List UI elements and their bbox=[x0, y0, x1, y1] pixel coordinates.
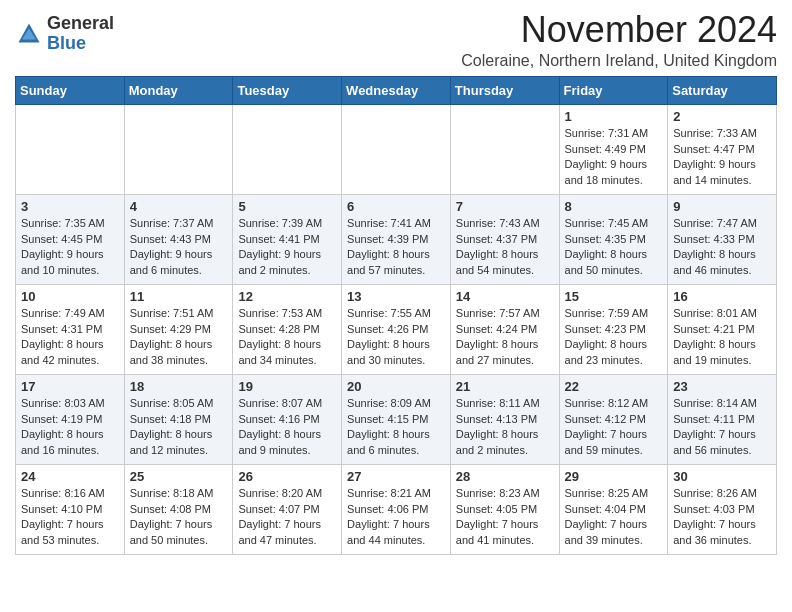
month-title: November 2024 bbox=[461, 10, 777, 50]
calendar-week-3: 17Sunrise: 8:03 AMSunset: 4:19 PMDayligh… bbox=[16, 374, 777, 464]
day-number: 25 bbox=[130, 469, 228, 484]
calendar-table: SundayMondayTuesdayWednesdayThursdayFrid… bbox=[15, 76, 777, 555]
day-number: 3 bbox=[21, 199, 119, 214]
day-number: 26 bbox=[238, 469, 336, 484]
day-number: 16 bbox=[673, 289, 771, 304]
day-number: 19 bbox=[238, 379, 336, 394]
calendar-cell: 7Sunrise: 7:43 AMSunset: 4:37 PMDaylight… bbox=[450, 194, 559, 284]
day-info: Sunrise: 7:33 AMSunset: 4:47 PMDaylight:… bbox=[673, 126, 771, 190]
weekday-header-friday: Friday bbox=[559, 76, 668, 104]
day-number: 23 bbox=[673, 379, 771, 394]
calendar-cell: 30Sunrise: 8:26 AMSunset: 4:03 PMDayligh… bbox=[668, 464, 777, 554]
weekday-header-thursday: Thursday bbox=[450, 76, 559, 104]
day-number: 15 bbox=[565, 289, 663, 304]
day-info: Sunrise: 8:03 AMSunset: 4:19 PMDaylight:… bbox=[21, 396, 119, 460]
logo: General Blue bbox=[15, 14, 114, 54]
calendar-cell: 2Sunrise: 7:33 AMSunset: 4:47 PMDaylight… bbox=[668, 104, 777, 194]
day-info: Sunrise: 7:43 AMSunset: 4:37 PMDaylight:… bbox=[456, 216, 554, 280]
weekday-header-row: SundayMondayTuesdayWednesdayThursdayFrid… bbox=[16, 76, 777, 104]
day-info: Sunrise: 8:11 AMSunset: 4:13 PMDaylight:… bbox=[456, 396, 554, 460]
day-number: 7 bbox=[456, 199, 554, 214]
day-info: Sunrise: 8:18 AMSunset: 4:08 PMDaylight:… bbox=[130, 486, 228, 550]
day-number: 24 bbox=[21, 469, 119, 484]
calendar-cell: 14Sunrise: 7:57 AMSunset: 4:24 PMDayligh… bbox=[450, 284, 559, 374]
calendar-cell: 26Sunrise: 8:20 AMSunset: 4:07 PMDayligh… bbox=[233, 464, 342, 554]
calendar-cell: 12Sunrise: 7:53 AMSunset: 4:28 PMDayligh… bbox=[233, 284, 342, 374]
day-info: Sunrise: 7:57 AMSunset: 4:24 PMDaylight:… bbox=[456, 306, 554, 370]
day-info: Sunrise: 8:14 AMSunset: 4:11 PMDaylight:… bbox=[673, 396, 771, 460]
calendar-cell bbox=[342, 104, 451, 194]
day-number: 9 bbox=[673, 199, 771, 214]
calendar-cell: 16Sunrise: 8:01 AMSunset: 4:21 PMDayligh… bbox=[668, 284, 777, 374]
logo-general: General bbox=[47, 13, 114, 33]
day-info: Sunrise: 7:35 AMSunset: 4:45 PMDaylight:… bbox=[21, 216, 119, 280]
day-info: Sunrise: 8:16 AMSunset: 4:10 PMDaylight:… bbox=[21, 486, 119, 550]
day-info: Sunrise: 7:51 AMSunset: 4:29 PMDaylight:… bbox=[130, 306, 228, 370]
day-info: Sunrise: 8:05 AMSunset: 4:18 PMDaylight:… bbox=[130, 396, 228, 460]
day-info: Sunrise: 7:45 AMSunset: 4:35 PMDaylight:… bbox=[565, 216, 663, 280]
day-info: Sunrise: 8:01 AMSunset: 4:21 PMDaylight:… bbox=[673, 306, 771, 370]
day-info: Sunrise: 7:55 AMSunset: 4:26 PMDaylight:… bbox=[347, 306, 445, 370]
calendar-week-0: 1Sunrise: 7:31 AMSunset: 4:49 PMDaylight… bbox=[16, 104, 777, 194]
calendar-header: SundayMondayTuesdayWednesdayThursdayFrid… bbox=[16, 76, 777, 104]
calendar-cell: 29Sunrise: 8:25 AMSunset: 4:04 PMDayligh… bbox=[559, 464, 668, 554]
calendar-cell: 21Sunrise: 8:11 AMSunset: 4:13 PMDayligh… bbox=[450, 374, 559, 464]
day-number: 17 bbox=[21, 379, 119, 394]
day-number: 29 bbox=[565, 469, 663, 484]
calendar-cell: 9Sunrise: 7:47 AMSunset: 4:33 PMDaylight… bbox=[668, 194, 777, 284]
day-info: Sunrise: 8:23 AMSunset: 4:05 PMDaylight:… bbox=[456, 486, 554, 550]
day-number: 11 bbox=[130, 289, 228, 304]
day-number: 12 bbox=[238, 289, 336, 304]
logo-text: General Blue bbox=[47, 14, 114, 54]
day-info: Sunrise: 8:25 AMSunset: 4:04 PMDaylight:… bbox=[565, 486, 663, 550]
day-number: 20 bbox=[347, 379, 445, 394]
calendar-cell bbox=[450, 104, 559, 194]
calendar-cell: 20Sunrise: 8:09 AMSunset: 4:15 PMDayligh… bbox=[342, 374, 451, 464]
day-info: Sunrise: 7:41 AMSunset: 4:39 PMDaylight:… bbox=[347, 216, 445, 280]
day-number: 10 bbox=[21, 289, 119, 304]
calendar-cell: 15Sunrise: 7:59 AMSunset: 4:23 PMDayligh… bbox=[559, 284, 668, 374]
day-info: Sunrise: 7:53 AMSunset: 4:28 PMDaylight:… bbox=[238, 306, 336, 370]
day-info: Sunrise: 7:31 AMSunset: 4:49 PMDaylight:… bbox=[565, 126, 663, 190]
day-info: Sunrise: 8:09 AMSunset: 4:15 PMDaylight:… bbox=[347, 396, 445, 460]
page-header: General Blue November 2024 Coleraine, No… bbox=[15, 10, 777, 70]
day-number: 6 bbox=[347, 199, 445, 214]
day-number: 18 bbox=[130, 379, 228, 394]
location: Coleraine, Northern Ireland, United King… bbox=[461, 52, 777, 70]
calendar-cell bbox=[124, 104, 233, 194]
calendar-cell: 8Sunrise: 7:45 AMSunset: 4:35 PMDaylight… bbox=[559, 194, 668, 284]
day-number: 2 bbox=[673, 109, 771, 124]
calendar-cell: 27Sunrise: 8:21 AMSunset: 4:06 PMDayligh… bbox=[342, 464, 451, 554]
day-number: 13 bbox=[347, 289, 445, 304]
day-number: 1 bbox=[565, 109, 663, 124]
calendar-cell: 4Sunrise: 7:37 AMSunset: 4:43 PMDaylight… bbox=[124, 194, 233, 284]
calendar-cell: 25Sunrise: 8:18 AMSunset: 4:08 PMDayligh… bbox=[124, 464, 233, 554]
calendar-cell: 13Sunrise: 7:55 AMSunset: 4:26 PMDayligh… bbox=[342, 284, 451, 374]
day-number: 4 bbox=[130, 199, 228, 214]
weekday-header-saturday: Saturday bbox=[668, 76, 777, 104]
calendar-cell: 6Sunrise: 7:41 AMSunset: 4:39 PMDaylight… bbox=[342, 194, 451, 284]
calendar-body: 1Sunrise: 7:31 AMSunset: 4:49 PMDaylight… bbox=[16, 104, 777, 554]
day-info: Sunrise: 8:20 AMSunset: 4:07 PMDaylight:… bbox=[238, 486, 336, 550]
day-info: Sunrise: 8:07 AMSunset: 4:16 PMDaylight:… bbox=[238, 396, 336, 460]
day-info: Sunrise: 7:47 AMSunset: 4:33 PMDaylight:… bbox=[673, 216, 771, 280]
day-number: 21 bbox=[456, 379, 554, 394]
calendar-cell: 17Sunrise: 8:03 AMSunset: 4:19 PMDayligh… bbox=[16, 374, 125, 464]
weekday-header-sunday: Sunday bbox=[16, 76, 125, 104]
day-number: 30 bbox=[673, 469, 771, 484]
calendar-cell: 5Sunrise: 7:39 AMSunset: 4:41 PMDaylight… bbox=[233, 194, 342, 284]
title-block: November 2024 Coleraine, Northern Irelan… bbox=[461, 10, 777, 70]
weekday-header-monday: Monday bbox=[124, 76, 233, 104]
calendar-week-4: 24Sunrise: 8:16 AMSunset: 4:10 PMDayligh… bbox=[16, 464, 777, 554]
day-number: 28 bbox=[456, 469, 554, 484]
calendar-cell: 18Sunrise: 8:05 AMSunset: 4:18 PMDayligh… bbox=[124, 374, 233, 464]
logo-icon bbox=[15, 20, 43, 48]
day-info: Sunrise: 7:39 AMSunset: 4:41 PMDaylight:… bbox=[238, 216, 336, 280]
weekday-header-tuesday: Tuesday bbox=[233, 76, 342, 104]
day-number: 27 bbox=[347, 469, 445, 484]
day-info: Sunrise: 8:26 AMSunset: 4:03 PMDaylight:… bbox=[673, 486, 771, 550]
calendar-cell: 1Sunrise: 7:31 AMSunset: 4:49 PMDaylight… bbox=[559, 104, 668, 194]
day-number: 22 bbox=[565, 379, 663, 394]
calendar-cell bbox=[233, 104, 342, 194]
calendar-cell: 22Sunrise: 8:12 AMSunset: 4:12 PMDayligh… bbox=[559, 374, 668, 464]
